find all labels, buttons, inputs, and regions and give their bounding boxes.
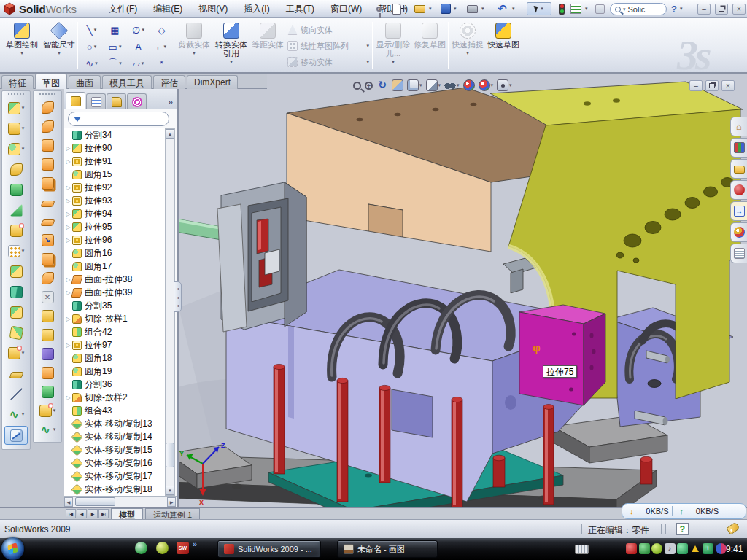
- shell-button[interactable]: [2, 179, 30, 200]
- tree-item[interactable]: 组合43: [64, 404, 165, 417]
- tree-vertical-scrollbar[interactable]: ▲ ▼: [165, 128, 175, 496]
- tray-protection-icon[interactable]: +: [703, 543, 713, 554]
- panel-tab-dimxpertmanager[interactable]: [127, 93, 147, 109]
- doc-minimize-button[interactable]: –: [689, 80, 703, 91]
- expander-icon[interactable]: ▷: [64, 145, 72, 152]
- tree-item[interactable]: 实体-移动/复制14: [64, 430, 165, 443]
- keyboard-tray-icon[interactable]: [575, 545, 589, 554]
- save-caret[interactable]: ▾: [454, 2, 457, 15]
- swept-surface-button[interactable]: [34, 98, 61, 117]
- fillet-button[interactable]: ▾: [2, 139, 30, 159]
- view-orientation-button[interactable]: ▾: [406, 79, 423, 92]
- caret-icon[interactable]: ▾: [164, 44, 167, 50]
- tree-item[interactable]: 圆角18: [64, 351, 165, 365]
- minimize-button[interactable]: –: [697, 2, 711, 15]
- tree-item[interactable]: 分割35: [64, 299, 165, 312]
- sketch-point-button[interactable]: *: [150, 55, 173, 71]
- search-box[interactable]: ▾ Solic: [610, 3, 667, 15]
- expander-icon[interactable]: ▷: [64, 158, 72, 165]
- design-library-tab[interactable]: [730, 138, 747, 158]
- move-copy-bodies-button[interactable]: [2, 322, 30, 343]
- apply-scene-button[interactable]: ▾: [478, 79, 495, 92]
- tab-nav-button[interactable]: ▶|: [98, 509, 109, 518]
- expander-icon[interactable]: ▷: [64, 342, 72, 349]
- boundary-surface-button[interactable]: [34, 174, 61, 192]
- help-caret[interactable]: ▾: [680, 2, 683, 15]
- split-button[interactable]: [2, 281, 30, 302]
- menu-item[interactable]: 编辑(E): [145, 0, 190, 18]
- open-caret[interactable]: ▾: [429, 2, 432, 15]
- tree-item[interactable]: 圆角16: [64, 246, 165, 260]
- expander-icon[interactable]: ▷: [64, 198, 72, 204]
- untrim-surface-button[interactable]: [34, 363, 61, 382]
- doc-tab-模型[interactable]: 模型: [111, 508, 143, 519]
- quick-launch-solidworks-shortcut[interactable]: SW: [177, 542, 189, 554]
- surface-fillet-button[interactable]: [34, 268, 61, 287]
- quick-launch-security-center[interactable]: [156, 542, 169, 554]
- instant3d-button[interactable]: [4, 426, 28, 445]
- tree-horizontal-scrollbar[interactable]: ◀ ▶: [64, 496, 177, 507]
- expander-icon[interactable]: ▷: [64, 237, 72, 244]
- swept-boss-button[interactable]: [2, 159, 30, 179]
- tree-item[interactable]: 圆角19: [64, 365, 165, 378]
- status-help-button[interactable]: ?: [676, 523, 689, 535]
- rib-button[interactable]: [2, 261, 30, 281]
- taskbar-task-2[interactable]: 未命名 - 画图: [337, 540, 438, 558]
- doc-close-button[interactable]: ×: [721, 80, 735, 91]
- scroll-right-icon[interactable]: ▶: [167, 497, 176, 507]
- planar-surface-button[interactable]: [34, 211, 61, 230]
- undo-caret[interactable]: ▾: [512, 2, 515, 15]
- expander-icon[interactable]: ▷: [64, 394, 72, 401]
- view-settings-button[interactable]: ▾: [496, 79, 513, 92]
- dome-button[interactable]: [34, 382, 61, 401]
- knit-surface-button[interactable]: [34, 249, 61, 268]
- replace-face-button[interactable]: [34, 306, 61, 325]
- tray-sync-icon[interactable]: [677, 543, 688, 554]
- tray-updater-icon[interactable]: [651, 543, 662, 554]
- custom-properties-tab[interactable]: [730, 244, 747, 263]
- command-tab-特征[interactable]: 特征: [1, 75, 34, 89]
- taskbar-task-1[interactable]: SolidWorks 2009 - ...: [217, 540, 321, 558]
- tree-item[interactable]: ▷拉伸92: [64, 181, 165, 194]
- menu-item[interactable]: 文件(F): [101, 0, 145, 18]
- panel-overflow-button[interactable]: »: [168, 97, 176, 109]
- hide-show-items-button[interactable]: ▾: [444, 79, 460, 92]
- undo-button[interactable]: ↶: [498, 2, 507, 15]
- sketch-spline-button[interactable]: ∿▾: [80, 55, 103, 71]
- menu-item[interactable]: 工具(T): [278, 0, 322, 18]
- sketch-text-button[interactable]: A: [127, 39, 150, 55]
- command-tab-评估[interactable]: 评估: [153, 75, 185, 89]
- expander-icon[interactable]: ▷: [64, 224, 72, 230]
- sketch-button[interactable]: 草图绘制▾: [3, 20, 41, 71]
- scroll-down-icon[interactable]: ▼: [166, 486, 174, 495]
- display-style-button[interactable]: ▾: [425, 79, 442, 92]
- print-button[interactable]: [467, 2, 478, 15]
- menu-item[interactable]: 插入(I): [236, 0, 277, 18]
- extruded-surface-button[interactable]: [34, 136, 61, 155]
- new-caret[interactable]: ▾: [404, 2, 407, 15]
- sketch-centerpoint-arc-button[interactable]: ⌒▾: [104, 55, 126, 71]
- expander-icon[interactable]: ▷: [64, 184, 72, 191]
- caret-icon[interactable]: ▾: [95, 61, 98, 66]
- scrollbar-thumb[interactable]: [75, 497, 115, 506]
- caret-icon[interactable]: ▾: [119, 61, 122, 66]
- tab-nav-button[interactable]: ◀: [77, 509, 87, 518]
- options-button[interactable]: [570, 2, 581, 15]
- sketch-mirror-entities-button[interactable]: ▦: [104, 22, 126, 38]
- tree-item[interactable]: 实体-移动/复制18: [64, 483, 165, 496]
- solidworks-resources-tab[interactable]: ⌂: [730, 117, 747, 136]
- command-tab-草图[interactable]: 草图: [35, 74, 67, 89]
- insert-part-button[interactable]: ▾: [2, 343, 30, 363]
- tree-item[interactable]: ▷拉伸91: [64, 155, 165, 168]
- tab-nav-button[interactable]: |◀: [66, 509, 76, 518]
- print-caret[interactable]: ▾: [481, 2, 484, 15]
- tray-security-icon[interactable]: [639, 543, 650, 554]
- select-button[interactable]: ▾: [527, 2, 551, 15]
- tree-filter-input[interactable]: [68, 112, 169, 126]
- delete-face-button[interactable]: ✕: [34, 287, 61, 306]
- scrollbar-thumb[interactable]: [166, 443, 174, 467]
- convert-entities-button[interactable]: 转换实体引用▾: [213, 20, 249, 71]
- draft-button[interactable]: [2, 200, 30, 220]
- graphics-viewport[interactable]: φ: [179, 74, 747, 508]
- sketch-ellipse-button[interactable]: ∅▾: [127, 22, 150, 38]
